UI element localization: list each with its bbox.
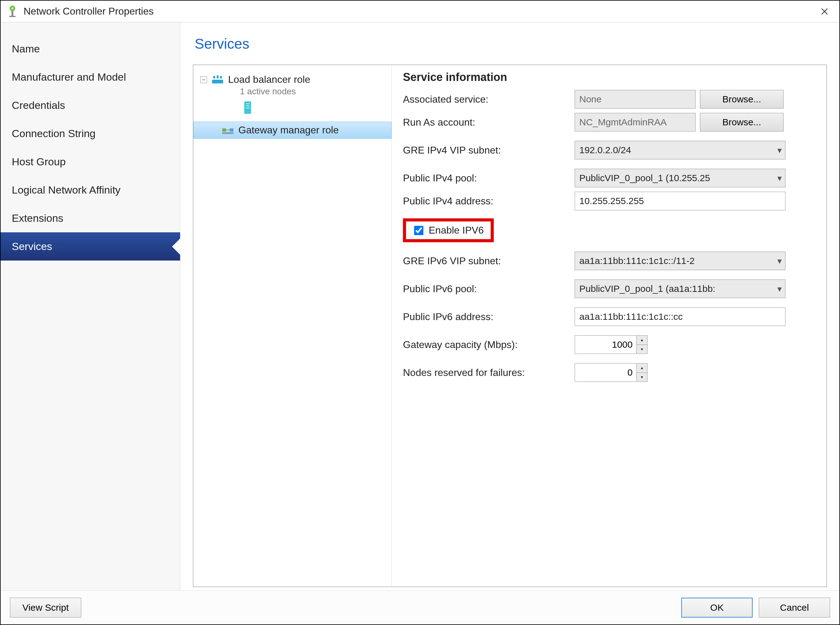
window-title: Network Controller Properties (23, 6, 154, 17)
section-heading: Service information (403, 71, 814, 84)
collapse-icon[interactable]: − (200, 76, 207, 83)
label-public-ipv4-address: Public IPv4 address: (403, 196, 570, 207)
tree-item-load-balancer[interactable]: − Load balancer role (194, 72, 392, 88)
nodes-reserved-stepper[interactable]: ▲ ▼ (637, 363, 648, 382)
sidebar-item-logical-network-affinity[interactable]: Logical Network Affinity (1, 176, 180, 204)
view-script-button[interactable]: View Script (10, 598, 81, 617)
sidebar-item-host-group[interactable]: Host Group (1, 148, 180, 176)
svg-rect-9 (246, 103, 250, 104)
spinner-up-icon[interactable]: ▲ (637, 364, 647, 373)
label-gre-ipv4: GRE IPv4 VIP subnet: (403, 145, 570, 156)
run-as-browse-button[interactable]: Browse... (700, 113, 784, 132)
main: Services − Load balancer (180, 22, 839, 590)
tree-item-label: Load balancer role (228, 74, 310, 85)
associated-service-field (575, 90, 696, 109)
sidebar-item-extensions[interactable]: Extensions (1, 204, 180, 232)
ok-button[interactable]: OK (681, 598, 753, 617)
tree-item-label: Gateway manager role (239, 124, 339, 136)
spinner-down-icon[interactable]: ▼ (637, 345, 647, 354)
tree-item-subtitle: 1 active nodes (194, 87, 392, 96)
svg-rect-12 (222, 128, 226, 132)
bottom-bar: View Script OK Cancel (1, 590, 839, 624)
close-button[interactable] (815, 2, 834, 21)
app-icon (6, 5, 19, 18)
service-info-form: Service information Associated service: … (392, 65, 826, 586)
enable-ipv6-checkbox[interactable] (414, 226, 423, 235)
sidebar-item-credentials[interactable]: Credentials (1, 91, 180, 120)
associated-service-browse-button[interactable]: Browse... (700, 90, 784, 109)
close-icon (820, 7, 829, 16)
sidebar-item-manufacturer[interactable]: Manufacturer and Model (1, 63, 180, 91)
gateway-icon (222, 125, 234, 135)
public-ipv4-pool-select[interactable] (575, 169, 786, 187)
svg-rect-4 (212, 80, 223, 84)
svg-rect-13 (230, 128, 233, 132)
cancel-button[interactable]: Cancel (759, 598, 830, 617)
public-ipv6-pool-select[interactable] (575, 280, 786, 298)
window: Network Controller Properties Name Manuf… (0, 0, 840, 625)
sidebar-item-name[interactable]: Name (1, 35, 180, 63)
label-gre-ipv6: GRE IPv6 VIP subnet: (403, 255, 570, 267)
public-ipv4-address-input[interactable] (575, 192, 786, 210)
sidebar-item-connection-string[interactable]: Connection String (1, 120, 180, 148)
label-gateway-capacity: Gateway capacity (Mbps): (403, 339, 570, 350)
spinner-up-icon[interactable]: ▲ (637, 336, 647, 345)
svg-point-2 (11, 7, 14, 9)
label-associated-service: Associated service: (403, 94, 570, 105)
svg-rect-6 (217, 75, 219, 78)
gre-ipv4-select[interactable] (575, 141, 786, 159)
role-tree: − Load balancer role 1 active nodes (194, 65, 392, 586)
page-title: Services (195, 35, 827, 52)
enable-ipv6-label: Enable IPV6 (429, 225, 484, 236)
label-public-ipv4-pool: Public IPv4 pool: (403, 173, 570, 184)
svg-rect-10 (246, 106, 250, 106)
label-public-ipv6-address: Public IPv6 address: (403, 311, 570, 323)
svg-rect-3 (9, 16, 15, 17)
gateway-capacity-stepper[interactable]: ▲ ▼ (637, 335, 648, 354)
run-as-field (575, 113, 696, 132)
services-panel: − Load balancer role 1 active nodes (193, 65, 827, 587)
sidebar-item-services[interactable]: Services (1, 232, 180, 261)
load-balancer-icon (211, 75, 224, 85)
nodes-reserved-input[interactable] (575, 363, 637, 382)
gateway-capacity-input[interactable] (575, 335, 637, 354)
public-ipv6-address-input[interactable] (575, 307, 786, 326)
titlebar: Network Controller Properties (1, 1, 839, 22)
child-node-icon[interactable] (194, 101, 392, 117)
svg-rect-14 (222, 132, 233, 134)
enable-ipv6-highlight: Enable IPV6 (403, 218, 494, 242)
svg-rect-5 (213, 76, 215, 78)
label-run-as: Run As account: (403, 117, 570, 128)
label-public-ipv6-pool: Public IPv6 pool: (403, 283, 570, 295)
sidebar: Name Manufacturer and Model Credentials … (1, 22, 180, 590)
svg-rect-11 (246, 107, 250, 109)
gre-ipv6-select[interactable] (575, 252, 786, 270)
spinner-down-icon[interactable]: ▼ (637, 373, 647, 382)
label-nodes-reserved: Nodes reserved for failures: (403, 367, 570, 378)
tree-item-gateway-manager[interactable]: Gateway manager role (194, 121, 392, 138)
svg-rect-7 (220, 76, 222, 78)
